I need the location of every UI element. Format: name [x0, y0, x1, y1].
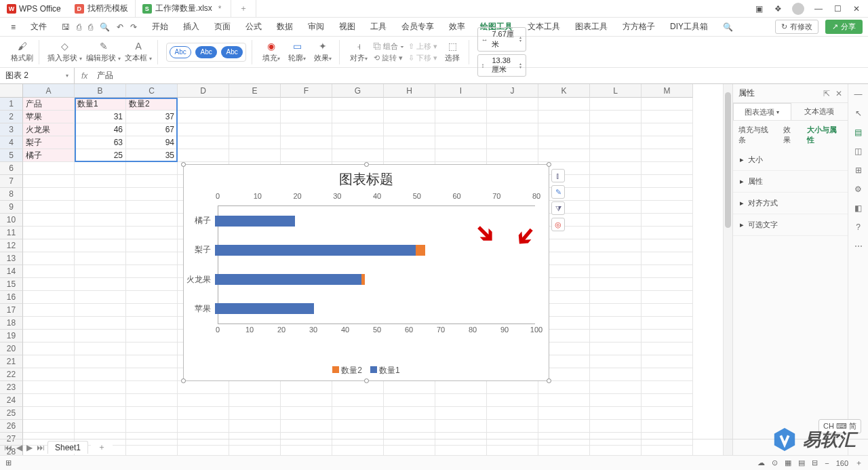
- cell[interactable]: [487, 111, 538, 123]
- cell[interactable]: [23, 304, 75, 317]
- cell[interactable]: [126, 420, 178, 433]
- cell[interactable]: [229, 123, 281, 136]
- cell[interactable]: [23, 175, 75, 188]
- cell[interactable]: [332, 381, 384, 394]
- cell[interactable]: [75, 201, 126, 214]
- cell[interactable]: [642, 342, 693, 355]
- cell[interactable]: [281, 123, 332, 136]
- cell[interactable]: [126, 291, 178, 304]
- cell[interactable]: [75, 252, 126, 265]
- cell[interactable]: [538, 381, 590, 394]
- cell[interactable]: [23, 278, 75, 291]
- row-header-25[interactable]: 25: [0, 407, 23, 420]
- sheet-next-icon[interactable]: ▶: [26, 443, 33, 452]
- close-button[interactable]: ✕: [852, 4, 861, 14]
- row-header-20[interactable]: 20: [0, 342, 23, 355]
- cell[interactable]: [126, 162, 178, 175]
- cell[interactable]: [642, 175, 693, 188]
- cell[interactable]: [229, 111, 281, 123]
- row-header-7[interactable]: 7: [0, 175, 23, 188]
- add-sheet-button[interactable]: ＋: [91, 440, 113, 454]
- format-painter-button[interactable]: 🖌格式刷: [11, 41, 33, 63]
- cell[interactable]: [487, 381, 538, 394]
- cell[interactable]: [590, 175, 642, 188]
- cell[interactable]: [75, 188, 126, 201]
- cell[interactable]: [590, 304, 642, 317]
- cell[interactable]: [642, 98, 693, 111]
- cell[interactable]: [590, 330, 642, 342]
- zoom-out-icon[interactable]: −: [825, 459, 829, 467]
- align-button[interactable]: ⫞对齐▾: [348, 41, 370, 63]
- cell[interactable]: [75, 239, 126, 252]
- share-button[interactable]: ↗分享: [825, 20, 863, 34]
- cell[interactable]: [23, 368, 75, 381]
- cloud-status-icon[interactable]: ☁: [757, 458, 765, 467]
- save-icon[interactable]: 🖫: [62, 22, 70, 32]
- cell[interactable]: [229, 136, 281, 149]
- cell[interactable]: 94: [126, 136, 178, 149]
- tab-templates[interactable]: D 找稻壳模板: [68, 0, 136, 17]
- col-header-J[interactable]: J: [487, 84, 538, 98]
- cell[interactable]: [126, 265, 178, 278]
- col-header-M[interactable]: M: [642, 84, 693, 98]
- cell[interactable]: [487, 136, 538, 149]
- search-icon[interactable]: 🔍: [717, 20, 738, 34]
- width-input[interactable]: ↔7.67厘米▴▾: [477, 27, 526, 52]
- chart-object[interactable]: ⫿ ✎ ⧩ ◎ 图表标题 01020304050607080 橘子梨子火龙果苹果…: [183, 164, 549, 381]
- menu-view[interactable]: 视图: [334, 19, 361, 35]
- chart-settings-button[interactable]: ◎: [551, 218, 565, 231]
- strip-ai-icon[interactable]: ◧: [854, 203, 862, 213]
- cell[interactable]: [590, 278, 642, 291]
- row-header-21[interactable]: 21: [0, 355, 23, 368]
- row-header-18[interactable]: 18: [0, 317, 23, 330]
- col-header-C[interactable]: C: [126, 84, 178, 98]
- style-gallery[interactable]: Abc Abc Abc: [166, 43, 246, 62]
- cell[interactable]: [538, 136, 590, 149]
- preview-icon[interactable]: 🔍: [100, 22, 110, 32]
- cell[interactable]: [126, 407, 178, 420]
- row-header-15[interactable]: 15: [0, 278, 23, 291]
- cell[interactable]: [642, 304, 693, 317]
- row-header-3[interactable]: 3: [0, 123, 23, 136]
- panel-section-alt-text[interactable]: ▸可选文字: [733, 214, 848, 236]
- cell[interactable]: [642, 188, 693, 201]
- cell[interactable]: [384, 98, 435, 111]
- cell[interactable]: 数量1: [75, 98, 126, 111]
- cell[interactable]: [487, 407, 538, 420]
- cell[interactable]: [75, 342, 126, 355]
- cell[interactable]: [642, 381, 693, 394]
- row-header-26[interactable]: 26: [0, 420, 23, 433]
- cell[interactable]: [538, 98, 590, 111]
- cell[interactable]: [384, 111, 435, 123]
- cell[interactable]: [229, 407, 281, 420]
- cell[interactable]: [332, 123, 384, 136]
- cell[interactable]: [126, 175, 178, 188]
- effect-button[interactable]: ✦效果▾: [312, 41, 334, 63]
- cell[interactable]: [590, 136, 642, 149]
- cell[interactable]: [75, 162, 126, 175]
- cell[interactable]: [178, 123, 229, 136]
- cell[interactable]: [75, 420, 126, 433]
- cell[interactable]: [23, 201, 75, 214]
- cell[interactable]: [126, 368, 178, 381]
- cell[interactable]: [642, 407, 693, 420]
- cell[interactable]: [590, 239, 642, 252]
- cell[interactable]: [75, 227, 126, 239]
- cell[interactable]: 35: [126, 149, 178, 162]
- cell[interactable]: [178, 149, 229, 162]
- cell[interactable]: 产品: [23, 98, 75, 111]
- cell[interactable]: [178, 407, 229, 420]
- cell[interactable]: [384, 420, 435, 433]
- cell[interactable]: [590, 227, 642, 239]
- cell[interactable]: [281, 407, 332, 420]
- menu-efficiency[interactable]: 效率: [443, 19, 471, 35]
- cell[interactable]: [642, 162, 693, 175]
- cell[interactable]: [538, 111, 590, 123]
- cell[interactable]: [75, 394, 126, 407]
- cell[interactable]: [178, 381, 229, 394]
- row-header-4[interactable]: 4: [0, 136, 23, 149]
- cell[interactable]: [435, 381, 487, 394]
- cell[interactable]: [590, 123, 642, 136]
- cell[interactable]: [384, 381, 435, 394]
- insert-shape-button[interactable]: ◇插入形状 ▾: [47, 41, 82, 63]
